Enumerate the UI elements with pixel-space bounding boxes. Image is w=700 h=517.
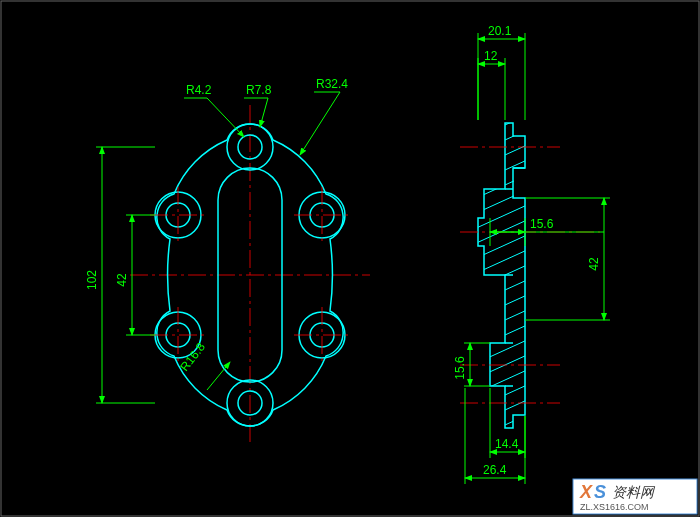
front-view: R4.2 R7.8 R32.4 R16.8 — [85, 77, 370, 445]
dim-144: 14.4 — [490, 388, 525, 458]
callout-r324: R32.4 — [300, 77, 348, 155]
dim-12: 12 — [478, 49, 505, 120]
radius-callouts: R4.2 R7.8 R32.4 R16.8 — [177, 77, 348, 390]
label-201: 20.1 — [488, 24, 512, 38]
wm-x: X — [579, 482, 593, 502]
label-156a: 15.6 — [530, 217, 554, 231]
svg-line-26 — [207, 362, 230, 390]
watermark: X S 资料网 ZL.XS1616.COM — [573, 479, 697, 514]
boss-lower-right — [294, 307, 350, 363]
wm-cn: 资料网 — [612, 484, 656, 500]
svg-line-24 — [300, 92, 340, 155]
dim-201: 20.1 — [478, 24, 525, 120]
wm-s: S — [594, 482, 606, 502]
label-42: 42 — [115, 273, 129, 287]
label-t42: 42 — [587, 257, 601, 271]
svg-line-20 — [207, 98, 244, 137]
boss-upper-right — [294, 187, 350, 243]
label-12: 12 — [484, 49, 498, 63]
label-r324: R32.4 — [316, 77, 348, 91]
label-r78: R7.8 — [246, 83, 272, 97]
label-r168: R16.8 — [177, 340, 208, 374]
label-r42: R4.2 — [186, 83, 212, 97]
dim-264: 26.4 — [465, 388, 525, 484]
dim-156b: 15.6 — [453, 343, 490, 386]
label-102: 102 — [85, 270, 99, 290]
drawing-canvas: R4.2 R7.8 R32.4 R16.8 — [0, 0, 700, 517]
svg-line-22 — [260, 98, 268, 127]
boss-upper-left — [150, 187, 206, 243]
label-156b: 15.6 — [453, 356, 467, 380]
dim-156a: 15.6 — [490, 217, 604, 246]
side-view: 20.1 12 15.6 42 15.6 — [450, 24, 610, 484]
label-264: 26.4 — [483, 463, 507, 477]
wm-url: ZL.XS1616.COM — [580, 502, 649, 512]
callout-r78: R7.8 — [244, 83, 272, 127]
label-144: 14.4 — [495, 437, 519, 451]
